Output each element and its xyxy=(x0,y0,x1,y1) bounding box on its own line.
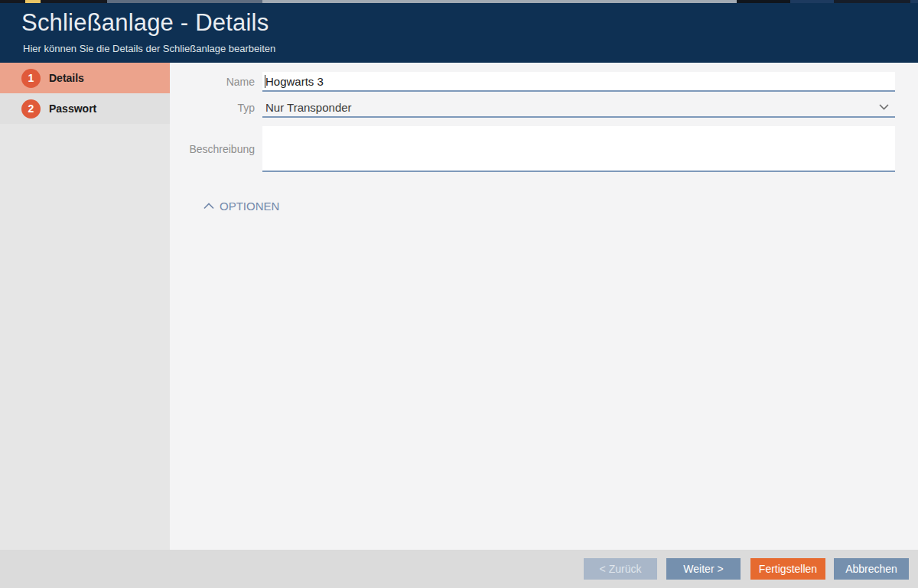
step-number-badge: 1 xyxy=(21,69,41,88)
step-item-passwort[interactable]: 2 Passwort xyxy=(0,93,170,124)
next-button[interactable]: Weiter > xyxy=(666,558,741,580)
step-item-details[interactable]: 1 Details xyxy=(0,63,170,93)
dialog-header: Schließanlage - Details Hier können Sie … xyxy=(0,3,918,63)
beschreibung-label: Beschreibung xyxy=(170,143,262,155)
name-row: Name xyxy=(170,72,895,92)
typ-select[interactable]: Nur Transponder xyxy=(262,98,895,118)
name-field-wrap xyxy=(262,72,895,92)
wizard-dialog: Schließanlage - Details Hier können Sie … xyxy=(0,0,918,588)
beschreibung-row: Beschreibung xyxy=(170,126,895,172)
page-subtitle: Hier können Sie die Details der Schließa… xyxy=(23,43,275,54)
typ-row: Typ Nur Transponder xyxy=(170,98,895,118)
typ-label: Typ xyxy=(170,102,262,114)
name-label: Name xyxy=(170,76,262,88)
details-form: Name Typ Nur Transponder Beschreibung xyxy=(170,63,918,550)
chevron-down-icon xyxy=(879,104,889,110)
optionen-label: OPTIONEN xyxy=(220,200,279,213)
back-button[interactable]: < Zurück xyxy=(584,558,657,580)
step-label: Details xyxy=(49,72,84,84)
button-bar: < Zurück Weiter > Fertigstellen Abbreche… xyxy=(0,550,918,588)
page-title: Schließanlage - Details xyxy=(21,9,269,37)
text-caret xyxy=(265,75,265,88)
step-label: Passwort xyxy=(49,102,96,115)
cancel-button[interactable]: Abbrechen xyxy=(834,558,909,580)
beschreibung-field-wrap xyxy=(262,126,895,172)
name-input[interactable] xyxy=(262,72,895,92)
step-number-badge: 2 xyxy=(21,99,41,119)
beschreibung-textarea[interactable] xyxy=(262,126,895,172)
typ-selected-value: Nur Transponder xyxy=(265,101,352,114)
optionen-toggle[interactable]: OPTIONEN xyxy=(203,200,279,213)
finish-button[interactable]: Fertigstellen xyxy=(750,558,825,580)
chevron-up-icon xyxy=(203,203,214,210)
main-area: 1 Details 2 Passwort Name Typ Nur Tra xyxy=(0,63,918,550)
step-sidebar: 1 Details 2 Passwort xyxy=(0,63,170,550)
